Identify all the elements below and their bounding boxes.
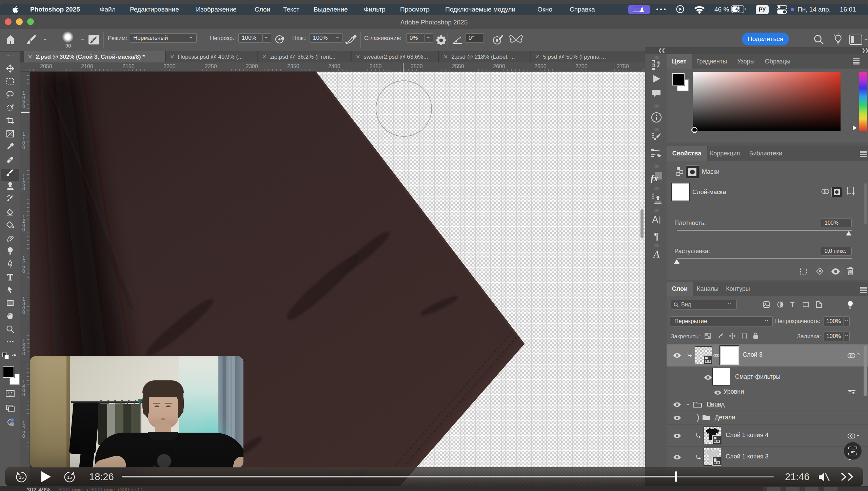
svg-text:15: 15: [19, 475, 24, 480]
svg-text:15: 15: [67, 475, 72, 480]
